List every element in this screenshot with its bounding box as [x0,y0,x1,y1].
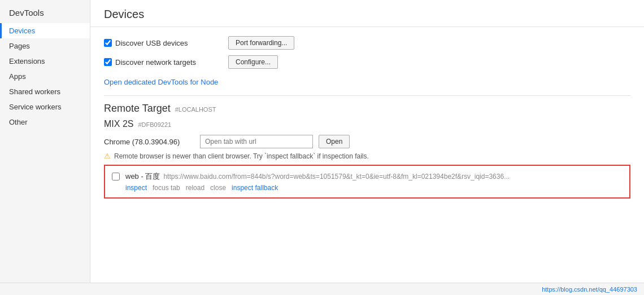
network-label[interactable]: Discover network targets [104,58,228,67]
sidebar: DevTools Devices Pages Extensions Apps S… [0,0,90,283]
sidebar-item-other[interactable]: Other [0,115,90,130]
usb-checkbox[interactable] [104,39,112,47]
main-content: Devices Discover USB devices Port forwar… [90,0,644,283]
sidebar-item-label: Other [9,118,28,126]
section-divider [104,95,630,96]
chrome-label: Chrome (78.0.3904.96) [104,138,194,146]
remote-target-header: Remote Target #LOCALHOST [104,103,630,115]
remote-target-title: Remote Target [104,103,171,115]
warning-row: ⚠ Remote browser is newer than client br… [104,152,630,160]
tab-item-checkbox[interactable] [112,173,120,180]
tab-url: https://www.baidu.com/from=844b/s?word=w… [163,173,510,180]
sidebar-item-shared-workers[interactable]: Shared workers [0,84,90,99]
tab-action-inspect-fallback[interactable]: inspect fallback [232,184,278,192]
network-label-text: Discover network targets [115,58,196,67]
sidebar-item-pages[interactable]: Pages [0,38,90,54]
chrome-row: Chrome (78.0.3904.96) Open [104,135,630,148]
open-tab-button[interactable]: Open [319,135,350,148]
tab-info: web - 百度 https://www.baidu.com/from=844b… [125,171,623,192]
usb-label-text: Discover USB devices [115,39,188,47]
status-url: https://blog.csdn.net/qq_44697303 [542,286,637,293]
network-checkbox[interactable] [104,58,112,66]
sidebar-item-label: Devices [9,27,35,35]
device-name-row: MIX 2S #DFB09221 [104,119,630,129]
network-option-row: Discover network targets Configure... [104,55,630,69]
devtools-node-link[interactable]: Open dedicated DevTools for Node [104,78,218,86]
sidebar-item-label: Apps [9,72,26,81]
usb-label[interactable]: Discover USB devices [104,39,228,47]
configure-button[interactable]: Configure... [228,55,278,69]
sidebar-item-devices[interactable]: Devices [0,23,90,38]
tab-item-box: web - 百度 https://www.baidu.com/from=844b… [104,165,630,199]
tab-title: web - 百度 [125,171,160,182]
sidebar-item-label: Extensions [9,57,45,65]
device-id: #DFB09221 [138,121,171,128]
sidebar-item-label: Shared workers [9,87,60,96]
tab-title-row: web - 百度 https://www.baidu.com/from=844b… [125,171,623,182]
sidebar-item-apps[interactable]: Apps [0,69,90,84]
sidebar-item-service-workers[interactable]: Service workers [0,99,90,115]
tab-action-reload[interactable]: reload [186,184,204,192]
tab-actions: inspect focus tab reload close inspect f… [125,184,623,192]
sidebar-item-extensions[interactable]: Extensions [0,54,90,69]
page-header: Devices [90,0,644,27]
device-name: MIX 2S [104,119,133,129]
sidebar-item-label: Service workers [9,103,61,111]
tab-action-close[interactable]: close [210,184,226,192]
sidebar-item-label: Pages [9,42,30,50]
tab-action-inspect[interactable]: inspect [125,184,147,192]
page-title: Devices [104,8,630,21]
remote-target-subtitle: #LOCALHOST [175,106,216,113]
port-forwarding-button[interactable]: Port forwarding... [228,36,294,50]
tab-action-focus-tab[interactable]: focus tab [153,184,180,192]
usb-option-row: Discover USB devices Port forwarding... [104,36,630,50]
warning-text: Remote browser is newer than client brow… [114,152,369,160]
status-bar: https://blog.csdn.net/qq_44697303 [0,283,644,295]
app-title: DevTools [0,0,90,23]
warning-icon: ⚠ [104,152,111,160]
open-tab-url-input[interactable] [200,135,313,148]
content-area: Discover USB devices Port forwarding... … [90,27,644,208]
